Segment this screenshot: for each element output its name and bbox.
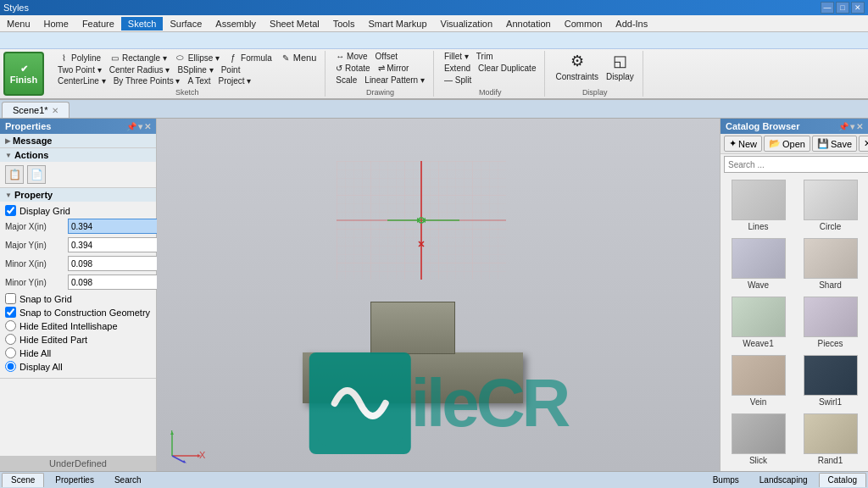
bottom-tabs-left: Scene Properties Search: [2, 473, 434, 487]
catalog-tab[interactable]: Catalog: [819, 473, 866, 487]
catalog-item-swirl1[interactable]: Swirl1: [796, 353, 865, 408]
project-button[interactable]: Project ▾: [215, 75, 255, 86]
catalog-grid: LinesCircleWaveShardWeave1PiecesVeinSwir…: [721, 175, 868, 471]
catalog-item-shard[interactable]: Shard: [796, 236, 865, 291]
center-radius-button[interactable]: Center Radius ▾: [106, 64, 174, 75]
catalog-close-button[interactable]: ✕ Close: [859, 136, 868, 152]
point-button[interactable]: Point: [218, 64, 244, 75]
hide-intellishape-radio[interactable]: [5, 320, 16, 331]
watermark-logo: [309, 352, 411, 454]
formula-button[interactable]: ƒFormula: [224, 51, 275, 64]
catalog-label-lines: Lines: [748, 222, 769, 231]
action-icon-1[interactable]: 📋: [5, 165, 24, 184]
hide-part-radio[interactable]: [5, 334, 16, 345]
pin-icon[interactable]: 📌: [126, 122, 136, 131]
ribbon-section-drawing: ↔ Move Offset ↺ Rotate ⇌ Mirror Scale Li…: [327, 51, 434, 97]
dropdown-icon[interactable]: ▾: [138, 122, 142, 131]
display-grid-checkbox[interactable]: [5, 205, 16, 216]
move-button[interactable]: ↔ Move: [332, 51, 370, 62]
hide-all-radio[interactable]: [5, 347, 16, 358]
menu-item-common[interactable]: Common: [558, 17, 609, 30]
two-point-button[interactable]: Two Point ▾: [54, 64, 105, 75]
scene-tab[interactable]: Scene: [2, 473, 44, 487]
catalog-open-button[interactable]: 📂 Open: [764, 136, 810, 152]
catalog-label-vein: Vein: [750, 397, 766, 407]
display-button[interactable]: ◱ Display: [603, 51, 637, 81]
actions-section-header[interactable]: ▼ Actions: [0, 148, 156, 162]
close-panel-icon[interactable]: ✕: [144, 122, 151, 131]
menu-item-annotation[interactable]: Annotation: [499, 17, 558, 30]
rectangle-button[interactable]: ▭Rectangle ▾: [105, 51, 170, 64]
menu-item-feature[interactable]: Feature: [75, 17, 121, 30]
viewport[interactable]: ileCR X Y: [157, 119, 720, 471]
ellipse-button[interactable]: ⬭Ellipse ▾: [171, 51, 223, 64]
drawing-row-1: ↔ Move Offset: [332, 51, 401, 62]
trim-button[interactable]: Trim: [473, 51, 497, 62]
centerline-button[interactable]: CenterLine ▾: [54, 75, 109, 86]
catalog-item-wave[interactable]: Wave: [724, 236, 793, 291]
menu-item-tools[interactable]: Tools: [326, 17, 362, 30]
major-x-label: Major X(in): [5, 222, 64, 231]
menu-item-menu[interactable]: Menu: [0, 17, 37, 30]
mirror-button[interactable]: ⇌ Mirror: [375, 63, 413, 74]
catalog-new-button[interactable]: ✦ New: [724, 136, 762, 152]
finish-button[interactable]: ✔ Finish: [3, 52, 44, 96]
search-tab[interactable]: Search: [105, 473, 151, 487]
snap-construction-checkbox[interactable]: [5, 307, 16, 318]
menu-item-assembly[interactable]: Assembly: [209, 17, 263, 30]
actions-icons: 📋 📄: [0, 162, 156, 187]
by-three-points-button[interactable]: By Three Points ▾: [110, 75, 184, 86]
fillet-button[interactable]: Fillet ▾: [441, 51, 472, 62]
bspline-button[interactable]: BSpline ▾: [174, 64, 216, 75]
polyline-button[interactable]: ⌇Polyline: [54, 51, 104, 64]
menu-item-home[interactable]: Home: [37, 17, 75, 30]
catalog-save-button[interactable]: 💾 Save: [812, 136, 857, 152]
scene1-tab[interactable]: Scene1* ✕: [2, 102, 70, 118]
extend-button[interactable]: Extend: [441, 63, 474, 74]
properties-title: Properties: [5, 121, 51, 131]
maximize-button[interactable]: □: [836, 2, 849, 14]
menu-item-add-ins[interactable]: Add-Ins: [609, 17, 654, 30]
catalog-item-rand1[interactable]: Rand1: [796, 412, 865, 467]
catalog-dropdown-icon[interactable]: ▾: [850, 122, 854, 131]
constraints-button[interactable]: ⚙ Constraints: [552, 51, 602, 81]
message-section-header[interactable]: ▶ Message: [0, 134, 156, 147]
catalog-item-slick[interactable]: Slick: [724, 412, 793, 467]
menu-item-sketch[interactable]: Sketch: [121, 17, 164, 30]
offset-button[interactable]: Offset: [372, 51, 402, 62]
display-all-radio[interactable]: [5, 361, 16, 372]
menu-item-sheet metal[interactable]: Sheet Metal: [263, 17, 326, 30]
action-icon-2[interactable]: 📄: [27, 165, 46, 184]
rotate-button[interactable]: ↺ Rotate: [332, 63, 373, 74]
catalog-item-lines[interactable]: Lines: [724, 178, 793, 233]
properties-tab[interactable]: Properties: [46, 473, 103, 487]
split-button[interactable]: — Split: [441, 75, 475, 86]
bumps-tab[interactable]: Bumps: [704, 473, 748, 487]
minimize-button[interactable]: —: [821, 2, 834, 14]
clear-duplicate-button[interactable]: Clear Duplicate: [475, 63, 539, 74]
catalog-item-vein[interactable]: Vein: [724, 353, 793, 408]
catalog-thumb-weave1: [732, 297, 786, 337]
text-button[interactable]: A Text: [184, 75, 214, 86]
catalog-thumb-circle: [804, 180, 858, 220]
catalog-item-ra[interactable]: Ra: [796, 470, 865, 471]
catalog-pin-icon[interactable]: 📌: [838, 122, 849, 131]
snap-to-grid-checkbox[interactable]: [5, 293, 16, 304]
menu-item-smart markup[interactable]: Smart Markup: [361, 17, 433, 30]
construction-button[interactable]: ✎Menu: [276, 51, 320, 64]
landscaping-tab[interactable]: Landscaping: [750, 473, 817, 487]
catalog-item-circle[interactable]: Circle: [796, 178, 865, 233]
linear-pattern-button[interactable]: Linear Pattern ▾: [361, 75, 428, 86]
catalog-search-input[interactable]: [724, 156, 868, 173]
catalog-close-icon[interactable]: ✕: [856, 122, 863, 131]
catalog-item-weave1[interactable]: Weave1: [724, 295, 793, 350]
scene1-tab-close[interactable]: ✕: [52, 106, 58, 115]
catalog-item-pieces[interactable]: Pieces: [796, 295, 865, 350]
close-button[interactable]: ✕: [851, 2, 865, 14]
catalog-item-rand2[interactable]: Rand2: [724, 470, 793, 471]
menu-item-surface[interactable]: Surface: [163, 17, 209, 30]
property-section-header[interactable]: ▼ Property: [0, 188, 156, 202]
scale-button[interactable]: Scale: [332, 75, 360, 86]
menu-item-visualization[interactable]: Visualization: [434, 17, 500, 30]
major-y-label: Major Y(in): [5, 241, 64, 250]
